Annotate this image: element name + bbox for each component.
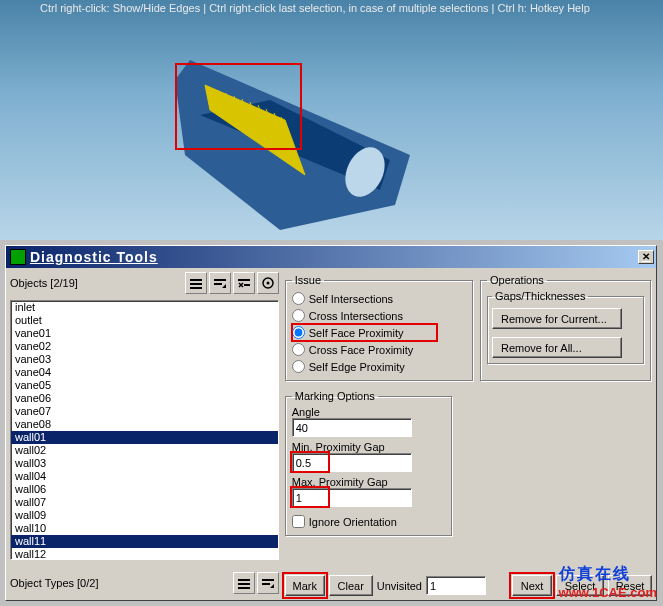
radio-cross-intersections[interactable]: Cross Intersections	[292, 307, 467, 324]
types-tool-2[interactable]	[257, 572, 279, 594]
list-item[interactable]: vane03	[11, 353, 278, 366]
svg-rect-17	[214, 279, 226, 281]
dialog-titlebar[interactable]: Diagnostic Tools ✕	[6, 246, 656, 268]
list-item[interactable]: vane07	[11, 405, 278, 418]
svg-rect-15	[190, 283, 202, 285]
list-item[interactable]: wall03	[11, 457, 278, 470]
list-item[interactable]: wall10	[11, 522, 278, 535]
objects-listbox[interactable]: inletoutletvane01vane02vane03vane04vane0…	[10, 300, 279, 560]
viewport-3d[interactable]: Ctrl right-click: Show/Hide Edges | Ctrl…	[0, 0, 663, 240]
viewport-hint: Ctrl right-click: Show/Hide Edges | Ctrl…	[40, 2, 590, 14]
issue-legend: Issue	[292, 274, 324, 286]
list-item[interactable]: wall01	[11, 431, 278, 444]
ignore-orientation-check[interactable]: Ignore Orientation	[292, 513, 446, 530]
unvisited-input[interactable]	[426, 576, 486, 595]
list-item[interactable]: wall04	[11, 470, 278, 483]
svg-rect-14	[190, 279, 202, 281]
list-tool-1[interactable]	[185, 272, 207, 294]
angle-input[interactable]	[292, 418, 412, 437]
app-icon	[10, 249, 26, 265]
remove-current-button[interactable]: Remove for Current...	[492, 308, 622, 329]
dialog-title: Diagnostic Tools	[30, 249, 158, 265]
diagnostic-tools-dialog: Diagnostic Tools ✕ Objects [2/19] inleto…	[5, 245, 657, 601]
svg-point-22	[266, 282, 269, 285]
list-item[interactable]: wall11	[11, 535, 278, 548]
close-button[interactable]: ✕	[638, 250, 654, 264]
unvisited-label: Unvisited	[377, 580, 422, 592]
list-item[interactable]: vane05	[11, 379, 278, 392]
radio-self-intersections[interactable]: Self Intersections	[292, 290, 467, 307]
list-item[interactable]: vane06	[11, 392, 278, 405]
types-tool-1[interactable]	[233, 572, 255, 594]
marking-options-group: Marking Options Angle Min. Proximity Gap…	[285, 390, 453, 537]
issue-group: Issue Self Intersections Cross Intersect…	[285, 274, 474, 382]
list-tool-4[interactable]	[257, 272, 279, 294]
radio-self-face-proximity[interactable]: Self Face Proximity	[292, 324, 437, 341]
svg-rect-25	[238, 587, 250, 589]
list-item[interactable]: wall09	[11, 509, 278, 522]
marking-legend: Marking Options	[292, 390, 378, 402]
reset-button[interactable]: Reset	[608, 575, 652, 596]
svg-rect-16	[190, 287, 202, 289]
list-item[interactable]: wall07	[11, 496, 278, 509]
operations-group: Operations Gaps/Thicknesses Remove for C…	[480, 274, 652, 382]
list-item[interactable]: wall02	[11, 444, 278, 457]
svg-rect-20	[244, 284, 250, 286]
highlight-rect-viewport	[175, 63, 302, 150]
angle-label: Angle	[292, 406, 446, 418]
list-item[interactable]: vane02	[11, 340, 278, 353]
radio-self-edge-proximity[interactable]: Self Edge Proximity	[292, 358, 467, 375]
list-tool-2[interactable]	[209, 272, 231, 294]
svg-rect-27	[262, 583, 270, 585]
clear-button[interactable]: Clear	[329, 575, 373, 596]
operations-legend: Operations	[487, 274, 547, 286]
svg-rect-18	[214, 283, 222, 285]
list-item[interactable]: vane04	[11, 366, 278, 379]
select-button[interactable]: Select	[556, 575, 604, 596]
list-item[interactable]: wall12	[11, 548, 278, 560]
list-item[interactable]: vane01	[11, 327, 278, 340]
list-item[interactable]: vane08	[11, 418, 278, 431]
remove-all-button[interactable]: Remove for All...	[492, 337, 622, 358]
object-types-label: Object Types [0/2]	[10, 577, 98, 589]
svg-rect-26	[262, 579, 274, 581]
list-item[interactable]: outlet	[11, 314, 278, 327]
radio-cross-face-proximity[interactable]: Cross Face Proximity	[292, 341, 467, 358]
gaps-group: Gaps/Thicknesses Remove for Current... R…	[487, 290, 645, 365]
svg-rect-19	[238, 279, 250, 281]
objects-label: Objects [2/19]	[10, 277, 78, 289]
svg-rect-24	[238, 583, 250, 585]
gaps-legend: Gaps/Thicknesses	[492, 290, 588, 302]
list-tool-3[interactable]	[233, 272, 255, 294]
list-item[interactable]: inlet	[11, 301, 278, 314]
svg-rect-23	[238, 579, 250, 581]
list-item[interactable]: wall06	[11, 483, 278, 496]
